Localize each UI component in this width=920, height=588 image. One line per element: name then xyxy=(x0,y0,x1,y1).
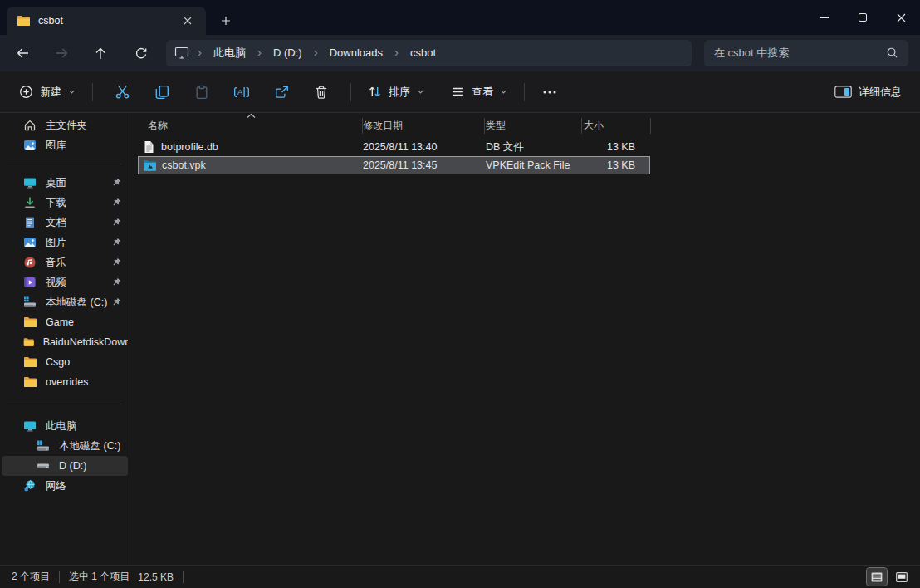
column-divider[interactable] xyxy=(484,118,485,134)
close-button[interactable] xyxy=(882,0,920,35)
svg-text:A: A xyxy=(237,87,243,96)
sidebar-divider xyxy=(7,404,121,404)
tab-close-icon[interactable] xyxy=(178,11,198,31)
file-name: botprofile.db xyxy=(161,141,218,153)
toolbar-divider xyxy=(350,83,351,101)
sidebar-item-downloads[interactable]: 下载 xyxy=(2,193,128,213)
titlebar: csbot xyxy=(0,0,920,35)
column-header-size[interactable]: 大小 xyxy=(575,119,644,133)
paste-button[interactable] xyxy=(182,77,222,107)
column-divider[interactable] xyxy=(581,118,582,134)
back-button[interactable] xyxy=(7,38,37,68)
downloads-icon xyxy=(23,196,37,209)
sort-ascending-icon xyxy=(247,113,256,119)
column-header-name[interactable]: 名称 xyxy=(138,119,355,133)
sidebar-item-label: 此电脑 xyxy=(46,419,77,434)
sidebar-item-overrides[interactable]: overrides xyxy=(2,372,128,392)
view-icon xyxy=(451,85,465,99)
sidebar-item-documents[interactable]: 文档 xyxy=(2,213,128,233)
sidebar-item-home[interactable]: 主文件夹 xyxy=(2,115,128,135)
column-divider[interactable] xyxy=(362,118,363,134)
sidebar-item-label: 图片 xyxy=(46,236,66,250)
details-view-button[interactable] xyxy=(867,568,887,586)
file-row-csbot-selected[interactable]: csbot.vpk 2025/8/11 13:45 VPKEdit Pack F… xyxy=(138,156,650,174)
sidebar-item-label: BaiduNetdiskDownload xyxy=(43,336,128,348)
new-icon xyxy=(19,85,33,99)
file-explorer-window: csbot xyxy=(0,0,920,588)
pin-icon xyxy=(112,257,121,267)
copy-button[interactable] xyxy=(142,77,182,107)
delete-button[interactable] xyxy=(301,77,341,107)
sidebar-item-csgo[interactable]: Csgo xyxy=(2,352,128,372)
db-file-icon xyxy=(143,140,155,154)
minimize-button[interactable] xyxy=(805,0,844,35)
this-pc-icon xyxy=(23,419,37,433)
breadcrumb-this-pc[interactable]: 此电脑 xyxy=(207,46,252,61)
sidebar-item-label: 视频 xyxy=(46,276,66,290)
drive-c-icon xyxy=(23,296,37,309)
view-button-label: 查看 xyxy=(472,85,493,100)
up-button[interactable] xyxy=(86,38,115,68)
sidebar-item-label: 本地磁盘 (C:) xyxy=(59,439,120,453)
maximize-button[interactable] xyxy=(844,0,882,35)
sidebar-item-label: 主文件夹 xyxy=(46,119,87,133)
desktop-icon xyxy=(23,176,37,189)
sidebar-item-drive-c-nested[interactable]: 本地磁盘 (C:) xyxy=(2,436,128,456)
breadcrumb-drive-d[interactable]: D (D:) xyxy=(267,47,309,59)
breadcrumb-downloads[interactable]: Downloads xyxy=(323,47,389,59)
sidebar-item-game[interactable]: Game xyxy=(2,312,128,332)
sidebar-item-label: Csgo xyxy=(46,356,70,368)
column-header-date[interactable]: 修改日期 xyxy=(355,119,477,133)
column-header-type[interactable]: 类型 xyxy=(477,119,575,133)
sidebar-item-videos[interactable]: 视频 xyxy=(2,272,128,292)
thumbnail-view-button[interactable] xyxy=(892,568,912,586)
search-input[interactable]: 在 csbot 中搜索 xyxy=(704,40,908,66)
breadcrumb-chevron-icon: › xyxy=(312,46,320,60)
view-button[interactable]: 查看 xyxy=(443,77,515,107)
explorer-tab[interactable]: csbot xyxy=(7,7,206,35)
music-icon xyxy=(23,256,37,269)
chevron-down-icon xyxy=(68,88,76,96)
sidebar-item-label: 图库 xyxy=(46,139,66,153)
refresh-button[interactable] xyxy=(126,38,156,68)
more-options-button[interactable] xyxy=(534,77,565,107)
forward-button[interactable] xyxy=(46,38,76,68)
paste-icon xyxy=(194,85,209,100)
share-button[interactable] xyxy=(262,77,301,107)
sort-icon xyxy=(368,85,382,99)
pin-icon xyxy=(112,178,121,187)
gallery-icon xyxy=(23,139,37,152)
rename-button[interactable]: A xyxy=(222,77,262,107)
sidebar-item-pictures[interactable]: 图片 xyxy=(2,233,128,252)
sidebar-item-music[interactable]: 音乐 xyxy=(2,252,128,272)
tab-title: csbot xyxy=(38,15,178,27)
home-icon xyxy=(23,119,37,132)
navigation-bar: › 此电脑 › D (D:) › Downloads › csbot 在 csb… xyxy=(0,35,920,71)
address-bar[interactable]: › 此电脑 › D (D:) › Downloads › csbot xyxy=(166,40,692,66)
file-row-botprofile[interactable]: botprofile.db 2025/8/11 13:40 DB 文件 13 K… xyxy=(138,138,650,156)
sidebar-item-label: 本地磁盘 (C:) xyxy=(46,296,107,310)
sidebar-item-label: D (D:) xyxy=(59,460,86,472)
vpk-file-icon xyxy=(143,159,156,172)
breadcrumb-csbot[interactable]: csbot xyxy=(404,47,443,59)
sidebar-item-drive-c[interactable]: 本地磁盘 (C:) xyxy=(2,292,128,312)
column-divider[interactable] xyxy=(650,118,651,134)
sidebar-item-desktop[interactable]: 桌面 xyxy=(2,173,128,193)
sidebar-item-drive-d[interactable]: D (D:) xyxy=(2,456,128,476)
sidebar-item-network[interactable]: 网络 xyxy=(2,476,128,496)
details-pane-label: 详细信息 xyxy=(859,85,902,100)
new-tab-icon[interactable] xyxy=(216,11,236,31)
new-button-label: 新建 xyxy=(40,85,61,100)
sidebar-item-baidunetdisk[interactable]: BaiduNetdiskDownload xyxy=(2,332,128,352)
sidebar-item-label: 文档 xyxy=(46,216,66,230)
sort-button[interactable]: 排序 xyxy=(360,77,432,107)
pictures-icon xyxy=(23,236,37,249)
details-pane-button[interactable]: 详细信息 xyxy=(828,77,908,107)
cut-button[interactable] xyxy=(102,77,142,107)
item-count: 2 个项目 xyxy=(12,570,50,584)
sidebar-item-gallery[interactable]: 图库 xyxy=(2,135,128,155)
sidebar-item-this-pc[interactable]: 此电脑 xyxy=(2,416,128,436)
sort-button-label: 排序 xyxy=(389,85,410,100)
new-button[interactable]: 新建 xyxy=(12,77,83,107)
file-date: 2025/8/11 13:45 xyxy=(355,159,477,171)
